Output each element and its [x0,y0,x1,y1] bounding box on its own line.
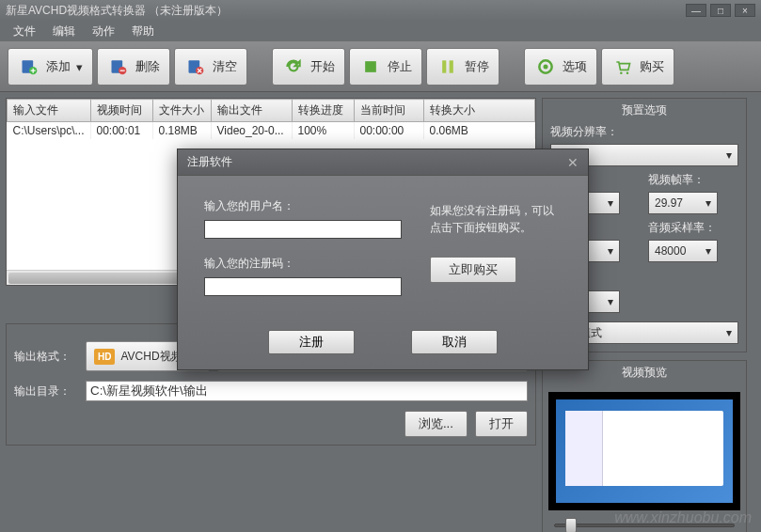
menu-edit[interactable]: 编辑 [45,22,83,41]
svg-rect-8 [450,60,453,72]
cancel-button[interactable]: 取消 [411,330,498,354]
menu-file[interactable]: 文件 [6,22,43,41]
samplerate-dropdown[interactable]: 48000 [648,240,718,262]
chevron-down-icon: ▾ [76,60,83,74]
svg-point-11 [620,71,623,74]
dialog-tip: 如果您没有注册码，可以点击下面按钮购买。 [430,202,562,236]
fps-label: 视频帧率： [648,172,738,188]
menubar: 文件 编辑 动作 帮助 [0,21,761,41]
svg-point-10 [544,65,548,70]
output-dir-label: 输出目录： [14,383,78,399]
output-dir-input[interactable] [86,381,528,401]
refresh-icon [282,55,305,78]
cart-icon [611,55,634,78]
pause-button[interactable]: 暂停 [426,48,499,86]
hd-icon: HD [94,349,115,365]
menu-action[interactable]: 动作 [85,22,122,41]
stop-button[interactable]: 停止 [349,48,422,86]
delete-button[interactable]: 删除 [97,48,170,86]
add-button[interactable]: 添加▾ [8,48,93,86]
col-progress[interactable]: 转换进度 [292,100,354,122]
resolution-label: 视频分辨率： [550,124,738,140]
regcode-label: 输入您的注册码： [204,256,413,272]
pause-icon [436,55,459,78]
titlebar: 新星AVCHD视频格式转换器 （未注册版本） — □ × [0,0,761,21]
minimize-button[interactable]: — [686,4,706,17]
col-outsize[interactable]: 转换大小 [423,100,534,122]
table-row[interactable]: C:\Users\pc\... 00:00:01 0.18MB Video_20… [8,122,535,140]
output-format-label: 输出格式： [14,349,78,365]
col-curtime[interactable]: 当前时间 [354,100,423,122]
clear-button[interactable]: 清空 [174,48,247,86]
preset-title: 预置选项 [550,102,738,124]
buy-now-button[interactable]: 立即购买 [430,257,516,283]
film-plus-icon [18,55,40,78]
username-input[interactable] [204,220,402,239]
browse-button[interactable]: 浏览... [404,411,468,437]
samplerate-label: 音频采样率： [648,220,738,236]
toolbar: 添加▾ 删除 清空 开始 停止 暂停 选项 购买 [0,41,761,92]
col-output[interactable]: 输出文件 [211,100,292,122]
svg-rect-6 [365,61,376,72]
open-button[interactable]: 打开 [475,411,528,437]
regcode-input[interactable] [204,277,402,296]
gear-icon [534,55,557,78]
col-vtime[interactable]: 视频时间 [90,100,152,122]
dialog-close-icon[interactable]: ✕ [567,155,579,170]
film-x-icon [184,55,207,78]
col-fsize[interactable]: 文件大小 [152,100,211,122]
register-button[interactable]: 注册 [268,330,355,354]
seek-slider[interactable] [548,516,740,532]
username-label: 输入您的用户名： [204,198,413,214]
svg-point-12 [626,71,629,74]
dialog-title: 注册软件 [187,154,232,170]
fps-dropdown[interactable]: 29.97 [648,192,718,214]
start-button[interactable]: 开始 [272,48,345,86]
col-input[interactable]: 输入文件 [8,100,91,122]
buy-button[interactable]: 购买 [601,48,674,86]
menu-help[interactable]: 帮助 [124,22,162,41]
video-preview [548,392,740,510]
app-title: 新星AVCHD视频格式转换器 （未注册版本） [6,3,228,19]
maximize-button[interactable]: □ [710,4,731,17]
options-button[interactable]: 选项 [524,48,597,86]
register-dialog: 注册软件 ✕ 输入您的用户名： 输入您的注册码： 如果您没有注册码，可以点击下面… [177,149,589,370]
stop-icon [359,55,382,78]
svg-rect-7 [442,60,446,72]
close-button[interactable]: × [735,4,755,17]
film-minus-icon [107,55,130,78]
